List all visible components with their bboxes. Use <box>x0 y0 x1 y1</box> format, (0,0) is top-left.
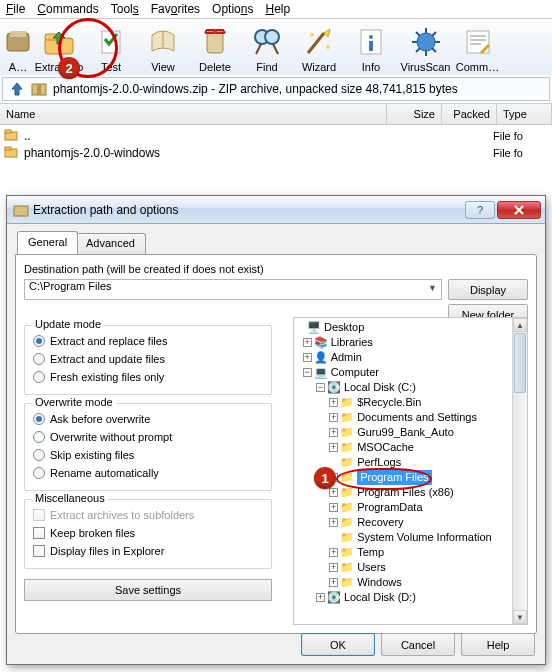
tab-general[interactable]: General <box>17 231 78 254</box>
menu-commands[interactable]: Commands <box>37 2 98 16</box>
misc-group: Miscellaneous Extract archives to subfol… <box>24 499 272 569</box>
app-icon <box>13 202 29 218</box>
col-name[interactable]: Name <box>0 104 387 124</box>
up-icon[interactable] <box>9 81 25 97</box>
menu-tools[interactable]: Tools <box>111 2 139 16</box>
scroll-up-icon[interactable]: ▲ <box>513 318 527 332</box>
tab-strip: General Advanced <box>15 230 537 254</box>
svg-rect-35 <box>5 147 11 150</box>
ok-button[interactable]: OK <box>301 633 375 656</box>
menu-favorites[interactable]: Favorites <box>151 2 200 16</box>
radio-overwrite[interactable]: Overwrite without prompt <box>33 428 263 446</box>
tree-item[interactable]: +📁Guru99_Bank_Auto <box>296 425 525 440</box>
folder-icon: 📁 <box>340 531 354 545</box>
svg-rect-6 <box>207 31 223 53</box>
delete-button[interactable]: Delete <box>190 22 240 75</box>
scrollbar[interactable]: ▲ ▼ <box>512 318 527 624</box>
folder-icon: 📁 <box>340 576 354 590</box>
radio-fresh-only[interactable]: Fresh existing files only <box>33 368 263 386</box>
folder-icon: 📁 <box>340 441 354 455</box>
comment-icon <box>460 24 496 60</box>
extraction-dialog: Extraction path and options ? General Ad… <box>6 195 546 665</box>
add-button[interactable]: A… <box>4 22 32 75</box>
col-size[interactable]: Size <box>387 104 442 124</box>
folder-icon: 📁 <box>340 516 354 530</box>
desktop-icon: 🖥️ <box>307 321 321 335</box>
list-item[interactable]: phantomjs-2.0.0-windows File fo <box>4 144 548 161</box>
location-text: phantomjs-2.0.0-windows.zip - ZIP archiv… <box>53 82 458 96</box>
list-item[interactable]: .. File fo <box>4 127 548 144</box>
scroll-thumb[interactable] <box>514 333 526 393</box>
tree-item[interactable]: 📁System Volume Information <box>296 530 525 545</box>
check-broken[interactable]: Keep broken files <box>33 524 263 542</box>
svg-point-7 <box>213 30 217 34</box>
folder-icon: 📁 <box>340 396 354 410</box>
save-settings-button[interactable]: Save settings <box>24 579 272 601</box>
svg-rect-1 <box>10 31 26 37</box>
dialog-buttons: OK Cancel Help <box>301 633 535 656</box>
filelist-header: Name Size Packed Type <box>0 103 552 125</box>
tree-item[interactable]: +📁Recovery <box>296 515 525 530</box>
comment-button[interactable]: Comm… <box>455 22 500 75</box>
tree-item[interactable]: +📁Users <box>296 560 525 575</box>
svg-line-25 <box>416 48 420 52</box>
find-icon <box>249 24 285 60</box>
add-icon <box>0 24 36 60</box>
col-packed[interactable]: Packed <box>442 104 497 124</box>
folder-icon: 📁 <box>340 561 354 575</box>
check-explorer[interactable]: Display files in Explorer <box>33 542 263 560</box>
menu-help[interactable]: Help <box>265 2 290 16</box>
computer-icon: 💻 <box>314 366 328 380</box>
svg-point-12 <box>310 33 314 37</box>
tab-advanced[interactable]: Advanced <box>75 233 146 254</box>
help-button[interactable]: ? <box>465 201 495 219</box>
svg-point-15 <box>369 35 373 39</box>
cancel-button[interactable]: Cancel <box>381 633 455 656</box>
extract-icon <box>41 24 77 60</box>
folder-icon: 📁 <box>340 546 354 560</box>
display-button[interactable]: Display <box>448 279 528 300</box>
location-bar: phantomjs-2.0.0-windows.zip - ZIP archiv… <box>2 77 550 101</box>
wizard-button[interactable]: Wizard <box>294 22 344 75</box>
drive-icon: 💽 <box>327 381 341 395</box>
check-subfolders: Extract archives to subfolders <box>33 506 263 524</box>
help-button[interactable]: Help <box>461 633 535 656</box>
col-type[interactable]: Type <box>497 104 552 124</box>
expand-icon[interactable]: + <box>303 338 312 347</box>
radio-extract-replace[interactable]: Extract and replace files <box>33 332 263 350</box>
tree-item[interactable]: +💽Local Disk (D:) <box>296 590 525 605</box>
radio-rename[interactable]: Rename automatically <box>33 464 263 482</box>
step-badge-2: 2 <box>58 57 80 79</box>
menu-options[interactable]: Options <box>212 2 253 16</box>
info-button[interactable]: Info <box>346 22 396 75</box>
find-button[interactable]: Find <box>242 22 292 75</box>
test-button[interactable]: Test <box>86 22 136 75</box>
scroll-down-icon[interactable]: ▼ <box>513 610 527 624</box>
view-button[interactable]: View <box>138 22 188 75</box>
tree-item[interactable]: +📁Windows <box>296 575 525 590</box>
tree-item[interactable]: +📁MSOCache <box>296 440 525 455</box>
tree-item[interactable]: +📁Documents and Settings <box>296 410 525 425</box>
folder-icon: 📁 <box>340 426 354 440</box>
toolbar: A… Extract To Test View Delete Find Wi <box>0 19 552 75</box>
radio-extract-update[interactable]: Extract and update files <box>33 350 263 368</box>
wizard-icon <box>301 24 337 60</box>
svg-point-9 <box>265 30 279 44</box>
tree-item[interactable]: +📁$Recycle.Bin <box>296 395 525 410</box>
folder-icon: 📁 <box>340 411 354 425</box>
radio-ask[interactable]: Ask before overwrite <box>33 410 263 428</box>
svg-rect-31 <box>37 84 41 95</box>
menu-bar: File Commands Tools Favorites Options He… <box>0 0 552 19</box>
tree-item[interactable]: +📁ProgramData <box>296 500 525 515</box>
folder-icon: 📁 <box>340 486 354 500</box>
menu-file[interactable]: File <box>6 2 25 16</box>
svg-point-13 <box>326 45 330 49</box>
delete-icon <box>197 24 233 60</box>
tree-item[interactable]: +📁Temp <box>296 545 525 560</box>
radio-skip[interactable]: Skip existing files <box>33 446 263 464</box>
dest-path-input[interactable]: C:\Program Files <box>24 279 442 300</box>
libraries-icon: 📚 <box>314 336 328 350</box>
close-button[interactable] <box>497 201 541 219</box>
virus-button[interactable]: VirusScan <box>398 22 453 75</box>
file-list: .. File fo phantomjs-2.0.0-windows File … <box>0 125 552 163</box>
